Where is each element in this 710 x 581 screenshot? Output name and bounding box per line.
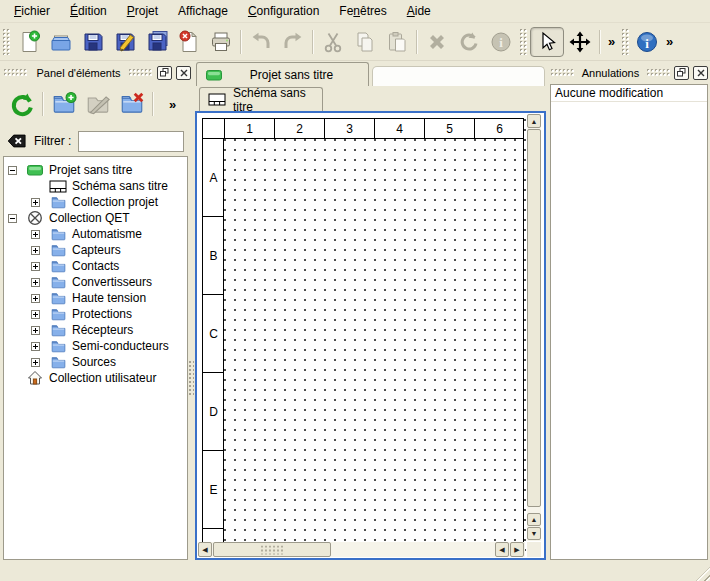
reload-collections-button[interactable] [5,87,39,121]
undo-panel-header[interactable]: Annulations [551,64,708,81]
schema-view[interactable]: 1 2 3 4 5 6 A B C D E ▲ ▲ ▼ ◀ ◀ ▶ [195,111,546,560]
dock-grip-texture [129,69,153,77]
tree-item-sources[interactable]: Sources [4,354,187,370]
scroll-up-button[interactable]: ▲ [527,513,541,526]
tree-item-convertisseurs[interactable]: Convertisseurs [4,274,187,290]
print-button[interactable] [205,27,237,57]
edit-element-button[interactable] [81,87,115,121]
expand-icon[interactable] [31,230,40,239]
about-qet-button[interactable]: i [632,27,662,57]
tree-item-capteurs[interactable]: Capteurs [4,242,187,258]
clear-filter-button[interactable] [5,131,27,151]
tree-item-recepteurs[interactable]: Récepteurs [4,322,187,338]
menu-affichage[interactable]: Affichage [168,1,238,21]
scroll-up-button[interactable]: ▲ [527,114,541,128]
expand-icon[interactable] [31,262,40,271]
undo-list-item[interactable]: Aucune modification [551,85,707,102]
redo-icon [281,30,305,54]
menu-aide[interactable]: Aide [397,1,441,21]
delete-element-button[interactable] [115,87,149,121]
left-splitter[interactable] [188,61,195,581]
scroll-right-button[interactable]: ▶ [510,542,524,557]
menu-projet[interactable]: Projet [117,1,168,21]
project-icon [205,68,223,82]
tree-item-automatisme[interactable]: Automatisme [4,226,187,242]
tree-item-semi-conducteurs[interactable]: Semi-conducteurs [4,338,187,354]
elements-panel-header[interactable]: Panel d'éléments [4,64,191,81]
toolbar-overflow-button[interactable]: » [604,34,619,49]
vertical-scrollbar[interactable]: ▲ ▲ ▼ [527,114,541,541]
save-button[interactable] [77,27,109,57]
tree-item-contacts[interactable]: Contacts [4,258,187,274]
horizontal-scrollbar[interactable]: ◀ ◀ ▶ [198,542,525,557]
tree-item-projet-sans-titre[interactable]: Projet sans titre [4,162,187,178]
save-as-icon [113,30,137,54]
expand-icon[interactable] [31,310,40,319]
tab-projet-sans-titre[interactable]: Projet sans titre [196,62,369,86]
scroll-left-button[interactable]: ◀ [198,542,212,557]
cut-button[interactable] [317,27,349,57]
new-document-button[interactable] [13,27,45,57]
toolbar-handle[interactable] [520,29,527,55]
vertical-scroll-thumb[interactable] [527,129,541,507]
folder-icon [49,226,67,243]
element-info-button[interactable]: i [485,27,517,57]
tree-item-collection-projet[interactable]: Collection projet [4,194,187,210]
menu-fichier[interactable]: Fichier [4,1,60,21]
collapse-icon[interactable] [8,166,17,175]
expand-icon[interactable] [31,342,40,351]
element-info-icon: i [489,30,513,54]
paste-button[interactable] [381,27,413,57]
tab-label: Projet sans titre [250,68,333,82]
menu-bar: Fichier Édition Projet Affichage Configu… [0,0,710,23]
horizontal-scroll-thumb[interactable] [213,542,331,557]
float-panel-button[interactable] [674,66,689,80]
expand-icon[interactable] [31,294,40,303]
menu-edition[interactable]: Édition [60,1,117,21]
folder-icon [49,306,67,323]
copy-button[interactable] [349,27,381,57]
toolbar-overflow-button[interactable]: » [662,34,677,49]
toolbar-handle[interactable] [622,29,629,55]
float-panel-button[interactable] [157,66,172,80]
right-splitter[interactable] [546,61,549,581]
expand-icon[interactable] [31,358,40,367]
collapse-icon[interactable] [8,214,17,223]
tree-item-collection-qet[interactable]: Collection QET [4,210,187,226]
tree-item-label: Haute tension [72,291,146,305]
expand-icon[interactable] [31,246,40,255]
panel-toolbar-overflow-button[interactable]: » [165,97,180,112]
tree-item-schema-sans-titre[interactable]: Schéma sans titre [4,178,187,194]
close-file-button[interactable] [173,27,205,57]
scroll-left-button[interactable]: ◀ [495,542,509,557]
main-toolbar: i » i » [0,23,710,61]
scroll-down-button[interactable]: ▼ [527,527,541,540]
expand-icon[interactable] [31,326,40,335]
redo-button[interactable] [277,27,309,57]
open-button[interactable] [45,27,77,57]
expand-icon[interactable] [31,198,40,207]
new-element-button[interactable] [47,87,81,121]
project-icon [26,163,44,177]
delete-button[interactable] [421,27,453,57]
tree-item-protections[interactable]: Protections [4,306,187,322]
tab-schema-sans-titre[interactable]: Schéma sans titre [199,87,323,111]
rotate-button[interactable] [453,27,485,57]
menu-fenetres[interactable]: Fenêtres [329,1,396,21]
expand-icon[interactable] [31,278,40,287]
undo-button[interactable] [245,27,277,57]
tree-item-collection-utilisateur[interactable]: Collection utilisateur [4,370,187,386]
toolbar-handle[interactable] [3,29,10,55]
select-tool-button[interactable] [530,27,564,57]
save-all-button[interactable] [141,27,173,57]
tree-item-haute-tension[interactable]: Haute tension [4,290,187,306]
filter-input[interactable] [78,131,184,152]
window-resize-grip[interactable] [696,567,710,581]
move-tool-button[interactable] [564,27,596,57]
menu-configuration[interactable]: Configuration [238,1,329,21]
close-panel-button[interactable] [693,66,708,80]
folder-icon [49,338,67,355]
save-as-button[interactable] [109,27,141,57]
tree-item-label: Protections [72,307,132,321]
tree-item-label: Collection projet [72,195,158,209]
